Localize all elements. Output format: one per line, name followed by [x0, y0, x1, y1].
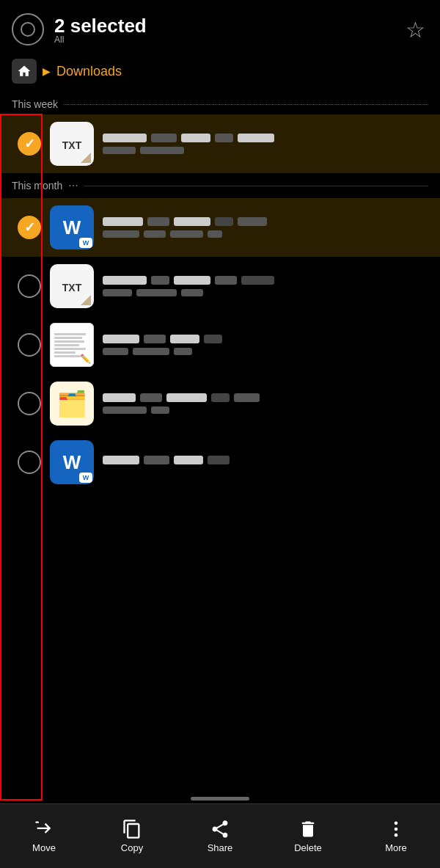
share-icon — [210, 819, 230, 839]
home-button[interactable] — [12, 59, 37, 84]
svg-point-2 — [395, 828, 398, 831]
checkbox-1[interactable] — [18, 132, 41, 156]
selection-col-1[interactable] — [9, 132, 50, 156]
corner-fold — [81, 153, 91, 163]
name-block — [103, 276, 147, 285]
meta-block — [133, 348, 169, 355]
file-item[interactable]: ✏️ — [0, 316, 440, 374]
name-block — [174, 456, 203, 464]
selection-col-4[interactable] — [9, 333, 50, 357]
selected-info: 2 selected All — [54, 15, 147, 45]
name-block — [140, 393, 162, 402]
nav-delete-label: Delete — [294, 842, 322, 853]
pen-icon: ✏️ — [80, 354, 91, 364]
word-badge: W — [79, 238, 92, 248]
file-meta-row-2 — [103, 230, 431, 238]
checkbox-5[interactable] — [18, 392, 41, 415]
name-block — [238, 217, 267, 226]
file-item[interactable]: W W — [0, 433, 440, 492]
name-block — [204, 335, 222, 343]
file-item[interactable]: W W — [0, 198, 440, 257]
preview-line — [54, 344, 79, 346]
name-block — [103, 217, 143, 226]
delete-icon — [298, 819, 318, 839]
file-info-1 — [103, 134, 431, 154]
folder-emoji: 🗂️ — [56, 389, 87, 418]
name-block — [241, 276, 274, 285]
meta-block — [144, 230, 166, 238]
breadcrumb: ▶ Downloads — [0, 53, 440, 92]
file-item[interactable]: 🗂️ — [0, 374, 440, 433]
file-icon-txt-1: TXT — [50, 122, 94, 166]
meta-block — [170, 230, 203, 238]
meta-block — [208, 230, 222, 238]
file-icon-folder: 🗂️ — [50, 382, 94, 426]
corner-fold — [81, 295, 91, 305]
more-icon — [386, 819, 406, 839]
preview-line — [54, 351, 76, 354]
selection-col-6[interactable] — [9, 451, 50, 474]
selection-col-3[interactable] — [9, 274, 50, 298]
file-icon-preview: ✏️ — [50, 323, 94, 367]
file-item[interactable]: TXT — [0, 257, 440, 316]
name-block — [208, 456, 230, 464]
meta-block — [136, 289, 177, 296]
checkbox-3[interactable] — [18, 274, 41, 298]
file-name-row-5 — [103, 393, 431, 402]
meta-block — [181, 289, 203, 296]
section-this-week: This week — [0, 92, 440, 114]
nav-delete-button[interactable]: Delete — [264, 812, 352, 861]
checkbox-2[interactable] — [18, 216, 41, 239]
file-info-2 — [103, 217, 431, 238]
section-this-month: This month ··· — [0, 173, 440, 198]
file-name-row-1 — [103, 134, 431, 142]
selection-col-5[interactable] — [9, 392, 50, 415]
star-button[interactable]: ☆ — [406, 17, 425, 43]
file-icon-txt-2: TXT — [50, 264, 94, 308]
breadcrumb-folder-name[interactable]: Downloads — [56, 64, 122, 79]
nav-copy-button[interactable]: Copy — [88, 812, 176, 861]
name-block — [215, 276, 237, 285]
section-label-this-month: This month — [12, 180, 62, 192]
nav-share-button[interactable]: Share — [176, 812, 264, 861]
meta-block — [174, 348, 192, 355]
svg-point-1 — [395, 822, 398, 825]
breadcrumb-arrow: ▶ — [43, 65, 51, 77]
name-block — [166, 393, 207, 402]
nav-more-button[interactable]: More — [352, 812, 440, 861]
svg-point-3 — [395, 834, 398, 837]
header-left: 2 selected All — [12, 13, 147, 45]
checkbox-6[interactable] — [18, 451, 41, 474]
nav-move-button[interactable]: Move — [0, 812, 88, 861]
checkbox-4[interactable] — [18, 333, 41, 357]
meta-block — [103, 147, 136, 154]
file-info-3 — [103, 276, 431, 296]
name-block — [215, 217, 233, 226]
name-block — [170, 335, 199, 343]
name-block — [103, 335, 139, 343]
name-block — [174, 276, 210, 285]
meta-block — [103, 406, 147, 414]
word-badge-2: W — [79, 473, 92, 483]
section-dots: ··· — [68, 179, 78, 192]
meta-block — [103, 230, 139, 238]
file-item[interactable]: TXT — [0, 114, 440, 173]
name-block — [174, 217, 210, 226]
meta-block — [140, 147, 184, 154]
file-name-row-3 — [103, 276, 431, 285]
name-block — [144, 456, 169, 464]
preview-line — [54, 337, 82, 339]
selection-col-2[interactable] — [9, 216, 50, 239]
file-meta-row-3 — [103, 289, 431, 296]
name-block — [103, 456, 139, 464]
file-meta-row-5 — [103, 406, 431, 414]
name-block — [103, 393, 136, 402]
nav-copy-label: Copy — [121, 842, 143, 853]
preview-line — [54, 333, 86, 335]
file-name-row-4 — [103, 335, 431, 343]
nav-share-label: Share — [208, 842, 233, 853]
select-all-button[interactable] — [12, 13, 44, 45]
circle-all-icon — [21, 22, 35, 37]
bottom-nav: Move Copy Share Delete More — [0, 803, 440, 868]
file-info-4 — [103, 335, 431, 355]
